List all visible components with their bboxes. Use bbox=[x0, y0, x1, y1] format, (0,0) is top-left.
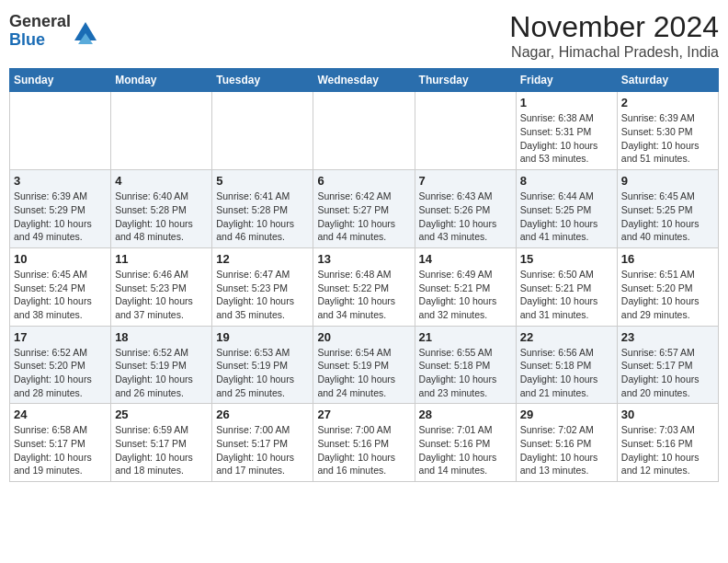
day-info: Sunrise: 6:45 AM Sunset: 5:24 PM Dayligh… bbox=[14, 268, 107, 322]
day-number: 21 bbox=[419, 330, 512, 344]
calendar-day-cell: 30Sunrise: 7:03 AM Sunset: 5:16 PM Dayli… bbox=[617, 404, 718, 482]
day-info: Sunrise: 6:55 AM Sunset: 5:18 PM Dayligh… bbox=[419, 346, 512, 400]
location-subtitle: Nagar, Himachal Pradesh, India bbox=[509, 44, 719, 61]
day-number: 19 bbox=[216, 330, 309, 344]
calendar-day-cell: 13Sunrise: 6:48 AM Sunset: 5:22 PM Dayli… bbox=[313, 247, 415, 326]
day-info: Sunrise: 6:44 AM Sunset: 5:25 PM Dayligh… bbox=[520, 190, 613, 244]
calendar-day-cell: 20Sunrise: 6:54 AM Sunset: 5:19 PM Dayli… bbox=[313, 326, 415, 404]
calendar-day-cell: 6Sunrise: 6:42 AM Sunset: 5:27 PM Daylig… bbox=[313, 170, 415, 248]
title-block: November 2024 Nagar, Himachal Pradesh, I… bbox=[509, 9, 719, 61]
day-of-week-header: Saturday bbox=[617, 69, 718, 92]
calendar-day-cell: 22Sunrise: 6:56 AM Sunset: 5:18 PM Dayli… bbox=[516, 326, 617, 404]
day-number: 3 bbox=[14, 174, 107, 188]
day-number: 2 bbox=[621, 96, 714, 109]
calendar-day-cell: 8Sunrise: 6:44 AM Sunset: 5:25 PM Daylig… bbox=[516, 170, 617, 248]
day-info: Sunrise: 6:48 AM Sunset: 5:22 PM Dayligh… bbox=[317, 268, 410, 322]
day-of-week-header: Wednesday bbox=[313, 69, 415, 92]
day-info: Sunrise: 6:38 AM Sunset: 5:31 PM Dayligh… bbox=[520, 111, 613, 166]
calendar-day-cell: 18Sunrise: 6:52 AM Sunset: 5:19 PM Dayli… bbox=[111, 326, 212, 404]
day-number: 26 bbox=[216, 408, 309, 421]
calendar-day-cell: 3Sunrise: 6:39 AM Sunset: 5:29 PM Daylig… bbox=[10, 170, 111, 248]
calendar-day-cell bbox=[212, 92, 313, 170]
day-info: Sunrise: 6:46 AM Sunset: 5:23 PM Dayligh… bbox=[115, 268, 208, 322]
day-info: Sunrise: 6:42 AM Sunset: 5:27 PM Dayligh… bbox=[317, 190, 410, 244]
day-number: 28 bbox=[419, 408, 512, 421]
day-number: 4 bbox=[115, 174, 208, 188]
day-number: 25 bbox=[115, 408, 208, 421]
calendar-day-cell: 12Sunrise: 6:47 AM Sunset: 5:23 PM Dayli… bbox=[212, 247, 313, 326]
logo: General Blue bbox=[9, 13, 100, 50]
calendar-day-cell: 15Sunrise: 6:50 AM Sunset: 5:21 PM Dayli… bbox=[516, 247, 617, 326]
day-info: Sunrise: 6:51 AM Sunset: 5:20 PM Dayligh… bbox=[621, 268, 714, 322]
calendar-day-cell: 4Sunrise: 6:40 AM Sunset: 5:28 PM Daylig… bbox=[111, 170, 212, 248]
day-info: Sunrise: 6:53 AM Sunset: 5:19 PM Dayligh… bbox=[216, 346, 309, 400]
calendar-week-row: 1Sunrise: 6:38 AM Sunset: 5:31 PM Daylig… bbox=[10, 92, 719, 170]
calendar-day-cell: 28Sunrise: 7:01 AM Sunset: 5:16 PM Dayli… bbox=[415, 404, 516, 482]
calendar-day-cell: 5Sunrise: 6:41 AM Sunset: 5:28 PM Daylig… bbox=[212, 170, 313, 248]
logo-general: General bbox=[9, 12, 71, 30]
day-number: 14 bbox=[419, 252, 512, 266]
calendar-day-cell: 27Sunrise: 7:00 AM Sunset: 5:16 PM Dayli… bbox=[313, 404, 415, 482]
day-number: 24 bbox=[14, 408, 107, 421]
day-info: Sunrise: 6:43 AM Sunset: 5:26 PM Dayligh… bbox=[419, 190, 512, 244]
page-header: General Blue November 2024 Nagar, Himach… bbox=[9, 9, 719, 61]
day-info: Sunrise: 6:41 AM Sunset: 5:28 PM Dayligh… bbox=[216, 190, 309, 244]
calendar-day-cell bbox=[415, 92, 516, 170]
day-info: Sunrise: 6:52 AM Sunset: 5:20 PM Dayligh… bbox=[14, 346, 107, 400]
day-number: 30 bbox=[621, 408, 714, 421]
day-number: 7 bbox=[419, 174, 512, 188]
day-info: Sunrise: 6:40 AM Sunset: 5:28 PM Dayligh… bbox=[115, 190, 208, 244]
calendar-day-cell: 14Sunrise: 6:49 AM Sunset: 5:21 PM Dayli… bbox=[415, 247, 516, 326]
calendar-week-row: 10Sunrise: 6:45 AM Sunset: 5:24 PM Dayli… bbox=[10, 247, 719, 326]
day-info: Sunrise: 7:02 AM Sunset: 5:16 PM Dayligh… bbox=[520, 423, 613, 477]
calendar-day-cell: 2Sunrise: 6:39 AM Sunset: 5:30 PM Daylig… bbox=[617, 92, 718, 170]
day-of-week-header: Thursday bbox=[415, 69, 516, 92]
day-info: Sunrise: 6:49 AM Sunset: 5:21 PM Dayligh… bbox=[419, 268, 512, 322]
calendar-header-row: SundayMondayTuesdayWednesdayThursdayFrid… bbox=[10, 69, 719, 92]
calendar-day-cell: 17Sunrise: 6:52 AM Sunset: 5:20 PM Dayli… bbox=[10, 326, 111, 404]
day-info: Sunrise: 7:01 AM Sunset: 5:16 PM Dayligh… bbox=[419, 423, 512, 477]
day-info: Sunrise: 7:00 AM Sunset: 5:16 PM Dayligh… bbox=[317, 423, 410, 477]
day-info: Sunrise: 6:56 AM Sunset: 5:18 PM Dayligh… bbox=[520, 346, 613, 400]
day-number: 20 bbox=[317, 330, 410, 344]
calendar-day-cell: 26Sunrise: 7:00 AM Sunset: 5:17 PM Dayli… bbox=[212, 404, 313, 482]
day-of-week-header: Sunday bbox=[10, 69, 111, 92]
day-of-week-header: Monday bbox=[111, 69, 212, 92]
day-info: Sunrise: 7:03 AM Sunset: 5:16 PM Dayligh… bbox=[621, 423, 714, 477]
day-info: Sunrise: 6:39 AM Sunset: 5:29 PM Dayligh… bbox=[14, 190, 107, 244]
logo-icon bbox=[71, 18, 100, 44]
day-info: Sunrise: 6:59 AM Sunset: 5:17 PM Dayligh… bbox=[115, 423, 208, 477]
day-number: 23 bbox=[621, 330, 714, 344]
day-info: Sunrise: 6:39 AM Sunset: 5:30 PM Dayligh… bbox=[621, 111, 714, 166]
calendar-day-cell: 7Sunrise: 6:43 AM Sunset: 5:26 PM Daylig… bbox=[415, 170, 516, 248]
day-info: Sunrise: 6:50 AM Sunset: 5:21 PM Dayligh… bbox=[520, 268, 613, 322]
day-info: Sunrise: 6:52 AM Sunset: 5:19 PM Dayligh… bbox=[115, 346, 208, 400]
calendar-day-cell: 23Sunrise: 6:57 AM Sunset: 5:17 PM Dayli… bbox=[617, 326, 718, 404]
calendar-day-cell bbox=[10, 92, 111, 170]
calendar-day-cell: 24Sunrise: 6:58 AM Sunset: 5:17 PM Dayli… bbox=[10, 404, 111, 482]
day-number: 11 bbox=[115, 252, 208, 266]
day-of-week-header: Friday bbox=[516, 69, 617, 92]
day-of-week-header: Tuesday bbox=[212, 69, 313, 92]
day-info: Sunrise: 6:54 AM Sunset: 5:19 PM Dayligh… bbox=[317, 346, 410, 400]
day-number: 12 bbox=[216, 252, 309, 266]
day-info: Sunrise: 7:00 AM Sunset: 5:17 PM Dayligh… bbox=[216, 423, 309, 477]
day-number: 22 bbox=[520, 330, 613, 344]
calendar-day-cell: 19Sunrise: 6:53 AM Sunset: 5:19 PM Dayli… bbox=[212, 326, 313, 404]
day-number: 8 bbox=[520, 174, 613, 188]
day-number: 5 bbox=[216, 174, 309, 188]
calendar-day-cell: 11Sunrise: 6:46 AM Sunset: 5:23 PM Dayli… bbox=[111, 247, 212, 326]
day-number: 27 bbox=[317, 408, 410, 421]
calendar-day-cell bbox=[313, 92, 415, 170]
day-number: 15 bbox=[520, 252, 613, 266]
day-number: 18 bbox=[115, 330, 208, 344]
day-number: 16 bbox=[621, 252, 714, 266]
calendar-day-cell: 29Sunrise: 7:02 AM Sunset: 5:16 PM Dayli… bbox=[516, 404, 617, 482]
calendar-week-row: 17Sunrise: 6:52 AM Sunset: 5:20 PM Dayli… bbox=[10, 326, 719, 404]
day-number: 1 bbox=[520, 96, 613, 109]
day-number: 6 bbox=[317, 174, 410, 188]
day-number: 17 bbox=[14, 330, 107, 344]
calendar-week-row: 3Sunrise: 6:39 AM Sunset: 5:29 PM Daylig… bbox=[10, 170, 719, 248]
calendar-day-cell: 9Sunrise: 6:45 AM Sunset: 5:25 PM Daylig… bbox=[617, 170, 718, 248]
calendar-day-cell: 21Sunrise: 6:55 AM Sunset: 5:18 PM Dayli… bbox=[415, 326, 516, 404]
